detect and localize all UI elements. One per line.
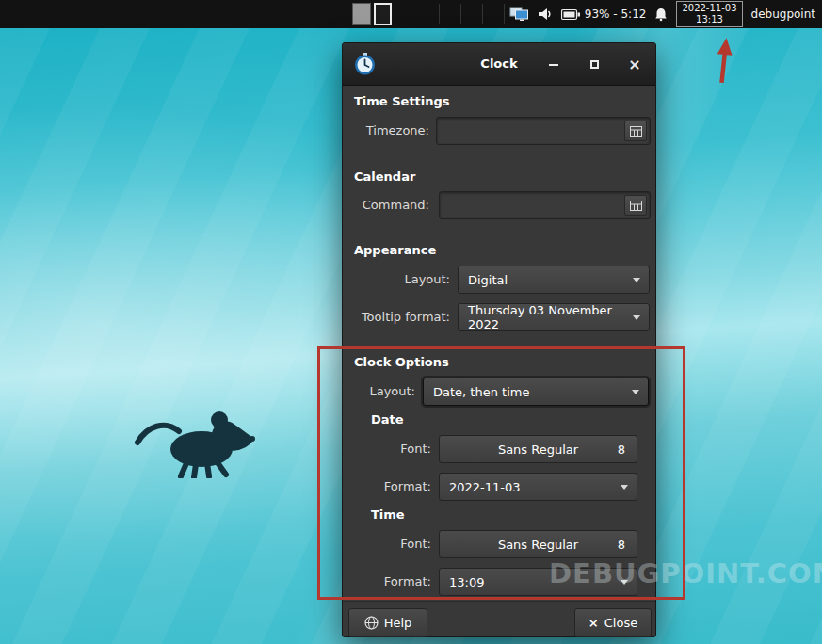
notification-bell-icon[interactable] (654, 8, 668, 22)
battery-indicator[interactable]: 93% - 5:12 (561, 8, 647, 21)
section-heading-calendar: Calendar (354, 169, 415, 184)
chevron-down-icon (621, 485, 628, 490)
close-x-icon: × (588, 616, 599, 630)
command-input[interactable] (439, 191, 651, 219)
time-font-label: Font: (343, 536, 431, 553)
command-picker-button[interactable] (624, 195, 647, 216)
chevron-down-icon (621, 580, 628, 585)
appearance-layout-label: Layout: (343, 271, 450, 288)
chevron-down-icon (633, 315, 640, 320)
workspace-2-active[interactable] (374, 3, 392, 25)
options-layout-dropdown[interactable]: Date, then time (423, 378, 649, 406)
close-button[interactable]: × Close (574, 608, 652, 637)
workspace-1[interactable] (352, 3, 371, 25)
command-picker-icon (630, 201, 642, 211)
battery-label: 93% - 5:12 (585, 8, 647, 21)
time-font-button[interactable]: Sans Regular 8 (439, 530, 637, 558)
date-font-label: Font: (343, 441, 431, 458)
tooltip-format-value: Thursday 03 November 2022 (468, 303, 626, 331)
timezone-picker-button[interactable] (624, 121, 647, 141)
section-heading-appearance: Appearance (354, 243, 436, 257)
chevron-down-icon (632, 390, 639, 394)
top-panel: 93% - 5:12 2022-11-03 13:13 debugpoint (0, 0, 822, 28)
panel-clock-date: 2022-11-03 (682, 3, 736, 14)
hostname-label: debugpoint (751, 8, 815, 21)
tooltip-format-label: Tooltip format: (343, 309, 450, 326)
date-font-size: 8 (618, 443, 625, 457)
date-font-button[interactable]: Sans Regular 8 (439, 435, 637, 463)
help-icon (364, 616, 379, 630)
panel-clock-time: 13:13 (682, 14, 736, 25)
timezone-picker-icon (630, 126, 642, 137)
chevron-down-icon (633, 278, 640, 282)
options-layout-value: Date, then time (433, 385, 529, 399)
panel-separator (439, 4, 440, 24)
maximize-icon (590, 60, 599, 69)
minimize-button[interactable] (546, 57, 561, 72)
time-format-value: 13:09 (449, 575, 484, 589)
help-button-label: Help (384, 616, 412, 630)
window-controls: × (546, 43, 642, 86)
section-heading-date: Date (371, 412, 404, 427)
date-format-value: 2022-11-03 (449, 480, 521, 494)
section-heading-time-settings: Time Settings (354, 94, 450, 108)
appearance-layout-value: Digital (468, 273, 508, 287)
appearance-layout-dropdown[interactable]: Digital (458, 266, 650, 294)
date-format-dropdown[interactable]: 2022-11-03 (439, 473, 637, 501)
panel-separator (504, 4, 505, 24)
close-button-label: Close (604, 616, 637, 630)
time-font-size: 8 (618, 538, 625, 552)
xfce-mouse-logo (134, 405, 256, 478)
time-font-value: Sans Regular (498, 538, 578, 552)
clock-settings-window: Clock × Time Settings Timezone: Calendar… (342, 42, 656, 637)
minimize-icon (549, 64, 558, 66)
maximize-button[interactable] (587, 57, 602, 72)
window-titlebar[interactable]: Clock × (343, 43, 655, 86)
panel-separator (460, 4, 461, 24)
system-tray: 93% - 5:12 2022-11-03 13:13 debugpoint (509, 0, 822, 28)
timezone-input[interactable] (436, 117, 651, 145)
workspace-pager[interactable] (352, 3, 392, 25)
tooltip-format-dropdown[interactable]: Thursday 03 November 2022 (458, 303, 650, 331)
time-format-label: Format: (343, 573, 431, 590)
close-icon: × (628, 57, 640, 72)
date-font-value: Sans Regular (498, 443, 578, 457)
display-icon[interactable] (509, 7, 529, 22)
command-label: Command: (343, 197, 429, 214)
time-format-dropdown[interactable]: 13:09 (439, 568, 637, 596)
panel-separator (482, 4, 483, 24)
dialog-button-bar: Help × Close (343, 601, 655, 638)
battery-icon (561, 8, 581, 21)
timezone-label: Timezone: (343, 122, 429, 139)
volume-icon[interactable] (538, 8, 553, 21)
help-button[interactable]: Help (348, 608, 427, 637)
date-format-label: Format: (343, 478, 431, 495)
section-heading-time: Time (371, 507, 405, 522)
panel-clock[interactable]: 2022-11-03 13:13 (676, 1, 742, 27)
close-window-button[interactable]: × (627, 57, 642, 72)
options-layout-label: Layout: (343, 383, 415, 400)
section-heading-clock-options: Clock Options (354, 355, 449, 369)
